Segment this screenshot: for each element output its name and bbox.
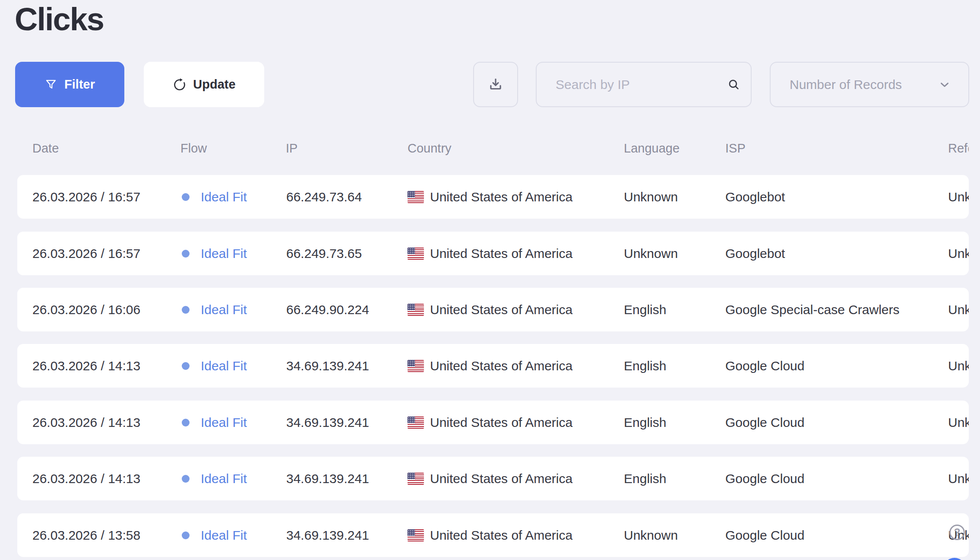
flow-label: Ideal Fit <box>201 528 247 543</box>
table-row: 26.03.2026 / 16:57 Ideal Fit 66.249.73.6… <box>17 175 969 219</box>
country-name: United States of America <box>430 359 572 373</box>
column-header-flow: Flow <box>180 138 207 158</box>
flow-link[interactable]: Ideal Fit <box>182 232 247 275</box>
us-flag-icon <box>408 360 424 372</box>
flow-link[interactable]: Ideal Fit <box>182 288 247 331</box>
column-header-isp: ISP <box>725 138 746 158</box>
column-header-language: Language <box>624 138 680 158</box>
blue-dot-icon <box>182 193 190 201</box>
country-name: United States of America <box>430 302 572 317</box>
flow-link[interactable]: Ideal Fit <box>182 344 247 388</box>
cell-ip: 34.69.139.241 <box>286 344 369 388</box>
cell-ip: 34.69.139.241 <box>286 401 369 444</box>
table-row: 26.03.2026 / 14:13 Ideal Fit 34.69.139.2… <box>17 457 969 500</box>
cell-ip: 34.69.139.241 <box>286 513 369 557</box>
us-flag-icon <box>408 473 424 485</box>
blue-dot-icon <box>182 306 190 314</box>
flow-label: Ideal Fit <box>201 302 247 317</box>
cell-country: United States of America <box>408 344 572 388</box>
flow-link[interactable]: Ideal Fit <box>182 175 247 219</box>
cell-isp: Google Cloud <box>725 513 804 557</box>
country-name: United States of America <box>430 246 572 261</box>
flow-label: Ideal Fit <box>201 359 247 373</box>
cell-country: United States of America <box>408 513 572 557</box>
flow-link[interactable]: Ideal Fit <box>182 457 247 500</box>
cell-date: 26.03.2026 / 14:13 <box>32 457 140 500</box>
clicks-table: DateFlowIPCountryLanguageISPReferer 26.0… <box>0 0 969 560</box>
table-row: 26.03.2026 / 13:58 Ideal Fit 34.69.139.2… <box>17 513 969 557</box>
cell-ip: 66.249.73.65 <box>286 232 362 275</box>
cell-language: English <box>624 401 666 444</box>
table-row: 26.03.2026 / 14:13 Ideal Fit 34.69.139.2… <box>17 401 969 444</box>
column-header-referer: Referer <box>948 138 969 158</box>
cell-country: United States of America <box>408 401 572 444</box>
cell-referer: Unknown <box>948 457 969 500</box>
column-header-date: Date <box>32 138 59 158</box>
flow-label: Ideal Fit <box>201 415 247 430</box>
help-button[interactable]: ? <box>949 525 965 540</box>
table-row: 26.03.2026 / 16:06 Ideal Fit 66.249.90.2… <box>17 288 969 331</box>
cell-language: English <box>624 344 666 388</box>
country-name: United States of America <box>430 471 572 486</box>
country-name: United States of America <box>430 528 572 543</box>
cell-language: Unknown <box>624 513 678 557</box>
cell-country: United States of America <box>408 457 572 500</box>
cell-date: 26.03.2026 / 16:06 <box>32 288 140 331</box>
cell-isp: Google Cloud <box>725 344 804 388</box>
us-flag-icon <box>408 529 424 541</box>
cell-country: United States of America <box>408 288 572 331</box>
cell-country: United States of America <box>408 175 572 219</box>
cell-isp: Google Cloud <box>725 457 804 500</box>
column-header-ip: IP <box>286 138 297 158</box>
cell-language: English <box>624 457 666 500</box>
us-flag-icon <box>408 304 424 316</box>
cell-date: 26.03.2026 / 16:57 <box>32 232 140 275</box>
cell-isp: Google Cloud <box>725 401 804 444</box>
table-row: 26.03.2026 / 16:57 Ideal Fit 66.249.73.6… <box>17 232 969 275</box>
cell-language: Unknown <box>624 175 678 219</box>
country-name: United States of America <box>430 415 572 430</box>
cell-ip: 66.249.73.64 <box>286 175 362 219</box>
cell-date: 26.03.2026 / 14:13 <box>32 401 140 444</box>
cell-date: 26.03.2026 / 14:13 <box>32 344 140 388</box>
question-mark-icon: ? <box>954 526 961 538</box>
cell-referer: Unknown <box>948 175 969 219</box>
table-row: 26.03.2026 / 14:13 Ideal Fit 34.69.139.2… <box>17 344 969 388</box>
cell-language: English <box>624 288 666 331</box>
blue-dot-icon <box>182 531 190 539</box>
cell-referer: Unknown <box>948 232 969 275</box>
flow-label: Ideal Fit <box>201 190 247 204</box>
us-flag-icon <box>408 191 424 203</box>
column-header-country: Country <box>408 138 452 158</box>
flow-label: Ideal Fit <box>201 471 247 486</box>
clicks-page: Clicks Filter Update <box>0 0 980 560</box>
country-name: United States of America <box>430 190 572 204</box>
blue-dot-icon <box>182 250 190 258</box>
cell-ip: 66.249.90.224 <box>286 288 369 331</box>
cell-referer: Unknown <box>948 288 969 331</box>
cell-date: 26.03.2026 / 16:57 <box>32 175 140 219</box>
blue-dot-icon <box>182 419 190 426</box>
us-flag-icon <box>408 248 424 260</box>
cell-date: 26.03.2026 / 13:58 <box>32 513 140 557</box>
flow-link[interactable]: Ideal Fit <box>182 513 247 557</box>
cell-referer: Unknown <box>948 401 969 444</box>
cell-country: United States of America <box>408 232 572 275</box>
cell-isp: Googlebot <box>725 175 785 219</box>
cell-isp: Google Special-case Crawlers <box>725 288 900 331</box>
cell-language: Unknown <box>624 232 678 275</box>
cell-ip: 34.69.139.241 <box>286 457 369 500</box>
flow-label: Ideal Fit <box>201 246 247 261</box>
us-flag-icon <box>408 417 424 429</box>
cell-referer: Unknown <box>948 344 969 388</box>
blue-dot-icon <box>182 362 190 370</box>
flow-link[interactable]: Ideal Fit <box>182 401 247 444</box>
cell-isp: Googlebot <box>725 232 785 275</box>
blue-dot-icon <box>182 475 190 483</box>
